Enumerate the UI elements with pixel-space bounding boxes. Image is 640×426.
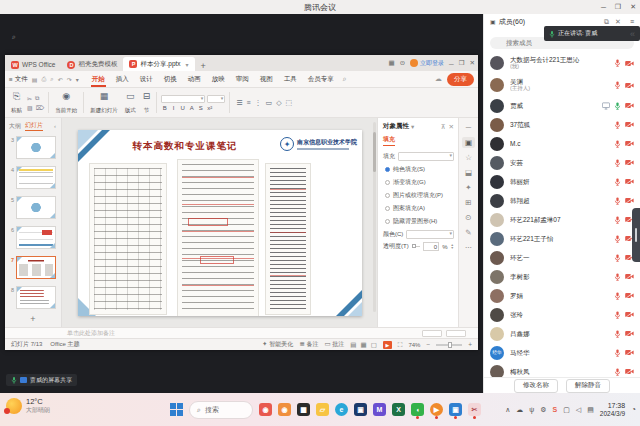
member-row[interactable]: 韩丽妍: [484, 172, 640, 191]
zoom-in-icon[interactable]: +: [468, 341, 472, 348]
file-menu[interactable]: 文件: [15, 75, 28, 84]
member-row[interactable]: 环艺一: [484, 248, 640, 267]
notes-mini-button-1[interactable]: [422, 330, 442, 337]
member-row[interactable]: 张玲: [484, 305, 640, 324]
canvas-scrollbar[interactable]: [373, 122, 376, 312]
close-icon[interactable]: ✕: [630, 3, 636, 11]
wps-minimize-icon[interactable]: ─: [449, 60, 454, 67]
collapse-panel-icon[interactable]: ‹: [54, 123, 56, 129]
slide-thumbnail[interactable]: 3: [5, 136, 61, 159]
layout-button[interactable]: ▭ 版式: [123, 90, 138, 115]
mic-icon[interactable]: [614, 178, 621, 186]
mic-icon[interactable]: [614, 81, 621, 89]
alpha-stepper[interactable]: ▲▼: [451, 244, 454, 250]
undo-icon[interactable]: ↶: [58, 76, 63, 83]
toolbar-icon[interactable]: ⧉: [35, 95, 39, 102]
member-row[interactable]: 安芸: [484, 153, 640, 172]
start-button[interactable]: [170, 403, 183, 416]
mic-icon[interactable]: [614, 59, 621, 67]
properties-icon[interactable]: ▣: [462, 137, 475, 148]
toolbar-icon[interactable]: ▨: [27, 104, 33, 111]
collapse-icon[interactable]: ─: [462, 122, 475, 133]
help-icon[interactable]: ⊙: [462, 212, 475, 223]
menu-审阅[interactable]: 审阅: [231, 72, 254, 87]
menu-开始[interactable]: 开始: [87, 72, 110, 87]
fill-option[interactable]: 纯色填充(S): [385, 165, 454, 174]
member-row[interactable]: 吴渊 (主持人): [484, 74, 640, 96]
annotate-icon[interactable]: ✎: [462, 227, 475, 238]
slide[interactable]: 转本高数和专业课笔记 ✦ 南京信息职业技术学院: [78, 130, 362, 316]
mic-icon[interactable]: [614, 311, 621, 319]
menu-视图[interactable]: 视图: [255, 72, 278, 87]
tray-folder-icon[interactable]: ▤: [587, 406, 594, 414]
new-tab-button[interactable]: +: [201, 61, 206, 71]
font-style-button[interactable]: A: [188, 105, 195, 111]
hamburger-icon[interactable]: ≡: [9, 76, 13, 83]
fill-option[interactable]: 图案填充(A): [385, 204, 454, 213]
image-library-icon[interactable]: ⬓: [462, 167, 475, 178]
toolbar-icon[interactable]: ✂: [27, 95, 32, 102]
rename-button[interactable]: 修改名称: [514, 379, 558, 393]
mic-icon[interactable]: [614, 216, 621, 224]
camera-off-icon[interactable]: [625, 273, 634, 280]
mic-icon[interactable]: [614, 102, 621, 110]
wps-home-tab[interactable]: W WPS Office: [5, 58, 61, 71]
share-document-button[interactable]: 分享: [447, 73, 474, 86]
member-row[interactable]: 环艺221郝孟琳07: [484, 210, 640, 229]
mic-icon[interactable]: [614, 349, 621, 357]
camera-off-icon[interactable]: [625, 330, 634, 337]
menu-设计[interactable]: 设计: [135, 72, 158, 87]
popout-panel-icon[interactable]: ⧉: [604, 18, 609, 26]
font-style-button[interactable]: x²: [206, 105, 213, 111]
slideshow-button[interactable]: ▶: [383, 341, 392, 349]
store-icon[interactable]: ▣: [354, 403, 367, 416]
fill-option[interactable]: 隐藏背景图形(H): [385, 217, 454, 226]
member-row[interactable]: 经华 马经华: [484, 343, 640, 362]
mic-icon[interactable]: [614, 330, 621, 338]
mic-icon[interactable]: [614, 140, 621, 148]
font-style-button[interactable]: B: [161, 105, 168, 111]
cloud-sync-icon[interactable]: ☁: [435, 75, 442, 83]
maximize-icon[interactable]: ❐: [615, 3, 621, 11]
camera-off-icon[interactable]: [625, 349, 634, 356]
mic-icon[interactable]: [614, 235, 621, 243]
member-row[interactable]: 大数据与会计221王思沁 (我): [484, 52, 640, 74]
more-icon[interactable]: ▾: [76, 76, 79, 83]
layout-switch-icon[interactable]: ▦: [389, 59, 395, 67]
camera-off-icon[interactable]: [625, 197, 634, 204]
mic-icon[interactable]: [614, 159, 621, 167]
wps-close-icon[interactable]: ✕: [470, 59, 475, 67]
docer-template-tab[interactable]: D 稻壳免费模板: [61, 58, 123, 71]
menu-插入[interactable]: 插入: [111, 72, 134, 87]
people-icon[interactable]: ◉: [259, 403, 272, 416]
sidebar-handle[interactable]: [632, 208, 640, 262]
camera-off-icon[interactable]: [625, 121, 634, 128]
excel-icon[interactable]: X: [392, 403, 405, 416]
comments-toggle-button[interactable]: ▭ 批注: [324, 340, 344, 349]
member-row[interactable]: 梅秋凤: [484, 362, 640, 377]
wps-restore-icon[interactable]: ❐: [459, 59, 465, 67]
toolbar-icon[interactable]: ≡: [246, 99, 250, 106]
minimize-icon[interactable]: ─: [601, 4, 606, 11]
tray-settings-icon[interactable]: ⚙: [540, 406, 546, 414]
member-row[interactable]: 吕鑫娜: [484, 324, 640, 343]
media-icon[interactable]: ▶: [430, 403, 443, 416]
close-panel-icon[interactable]: ✕: [449, 123, 454, 131]
weather-widget[interactable]: 12°C 大部晴朗: [6, 397, 50, 415]
notification-bell-icon[interactable]: ◔: [631, 405, 636, 414]
menu-会员专享[interactable]: 会员专享: [303, 72, 339, 87]
slide-thumbnail[interactable]: 6: [5, 226, 61, 249]
font-style-button[interactable]: S: [197, 105, 204, 111]
slide-thumbnail[interactable]: 8: [5, 286, 61, 309]
chart-icon[interactable]: ⊞: [462, 197, 475, 208]
font-style-button[interactable]: U: [179, 105, 186, 111]
mic-icon[interactable]: [614, 368, 621, 376]
taskbar-search[interactable]: ⌕ 搜索: [189, 401, 253, 419]
notes-toggle-button[interactable]: ≣ 备注: [299, 340, 318, 349]
toolbar-icon[interactable]: ⌦: [36, 104, 44, 111]
slide-thumbnail[interactable]: 4: [5, 166, 61, 189]
camera-off-icon[interactable]: [625, 311, 634, 318]
print-icon[interactable]: ⎙: [41, 76, 46, 83]
help-icon[interactable]: ⊙: [400, 59, 405, 67]
unmute-button[interactable]: 解除静音: [566, 379, 610, 393]
